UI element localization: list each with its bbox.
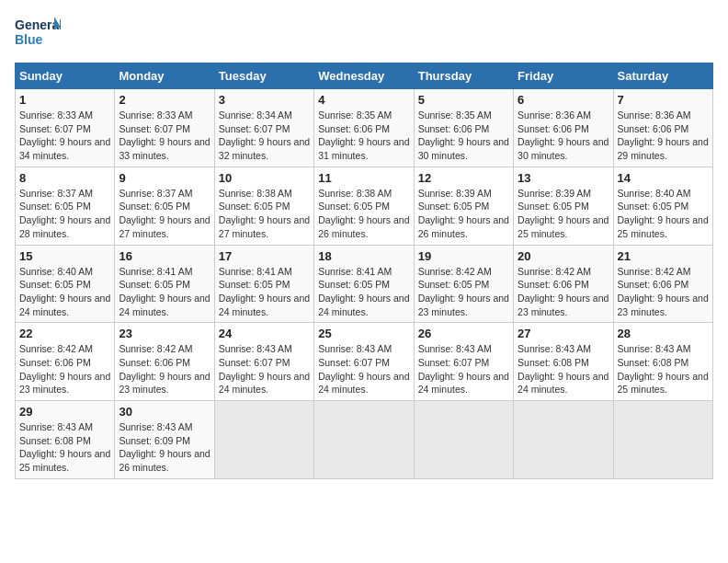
weekday-header-sunday: Sunday bbox=[16, 63, 115, 89]
day-number: 20 bbox=[518, 249, 609, 263]
day-number: 11 bbox=[318, 171, 409, 185]
day-number: 15 bbox=[19, 249, 110, 263]
calendar-cell: 13 Sunrise: 8:39 AMSunset: 6:05 PMDaylig… bbox=[514, 167, 613, 245]
day-detail: Sunrise: 8:43 AMSunset: 6:07 PMDaylight:… bbox=[318, 343, 409, 395]
day-number: 5 bbox=[418, 93, 509, 107]
day-detail: Sunrise: 8:35 AMSunset: 6:06 PMDaylight:… bbox=[418, 109, 509, 161]
day-detail: Sunrise: 8:42 AMSunset: 6:06 PMDaylight:… bbox=[119, 343, 210, 395]
day-detail: Sunrise: 8:40 AMSunset: 6:05 PMDaylight:… bbox=[618, 188, 709, 239]
day-detail: Sunrise: 8:37 AMSunset: 6:05 PMDaylight:… bbox=[119, 188, 210, 239]
calendar-cell: 25 Sunrise: 8:43 AMSunset: 6:07 PMDaylig… bbox=[314, 323, 414, 401]
calendar-cell: 26 Sunrise: 8:43 AMSunset: 6:07 PMDaylig… bbox=[414, 323, 513, 401]
calendar-cell bbox=[613, 401, 712, 479]
day-number: 10 bbox=[219, 171, 310, 185]
day-number: 27 bbox=[518, 327, 609, 340]
day-number: 7 bbox=[618, 93, 709, 107]
calendar-cell: 9 Sunrise: 8:37 AMSunset: 6:05 PMDayligh… bbox=[115, 167, 214, 245]
calendar-cell: 5 Sunrise: 8:35 AMSunset: 6:06 PMDayligh… bbox=[414, 89, 513, 167]
calendar-cell: 19 Sunrise: 8:42 AMSunset: 6:05 PMDaylig… bbox=[414, 245, 513, 323]
day-detail: Sunrise: 8:33 AMSunset: 6:07 PMDaylight:… bbox=[119, 109, 210, 161]
calendar-cell: 12 Sunrise: 8:39 AMSunset: 6:05 PMDaylig… bbox=[414, 167, 513, 245]
logo: General Blue bbox=[15, 15, 61, 55]
day-detail: Sunrise: 8:36 AMSunset: 6:06 PMDaylight:… bbox=[618, 109, 709, 161]
day-number: 16 bbox=[119, 249, 210, 263]
day-detail: Sunrise: 8:41 AMSunset: 6:05 PMDaylight:… bbox=[219, 266, 310, 317]
day-detail: Sunrise: 8:42 AMSunset: 6:06 PMDaylight:… bbox=[19, 343, 110, 395]
day-number: 17 bbox=[219, 249, 310, 263]
logo-svg: General Blue bbox=[15, 15, 61, 55]
calendar-cell: 15 Sunrise: 8:40 AMSunset: 6:05 PMDaylig… bbox=[16, 245, 115, 323]
day-number: 4 bbox=[318, 93, 409, 107]
day-number: 26 bbox=[418, 327, 509, 340]
calendar-cell: 22 Sunrise: 8:42 AMSunset: 6:06 PMDaylig… bbox=[16, 323, 115, 401]
day-detail: Sunrise: 8:43 AMSunset: 6:07 PMDaylight:… bbox=[418, 343, 509, 395]
weekday-header-tuesday: Tuesday bbox=[214, 63, 313, 89]
day-detail: Sunrise: 8:39 AMSunset: 6:05 PMDaylight:… bbox=[418, 188, 509, 239]
calendar-cell: 21 Sunrise: 8:42 AMSunset: 6:06 PMDaylig… bbox=[613, 245, 712, 323]
calendar-cell bbox=[314, 401, 414, 479]
day-detail: Sunrise: 8:43 AMSunset: 6:09 PMDaylight:… bbox=[119, 421, 210, 473]
day-detail: Sunrise: 8:38 AMSunset: 6:05 PMDaylight:… bbox=[318, 188, 409, 239]
day-number: 1 bbox=[19, 93, 110, 107]
day-number: 28 bbox=[618, 327, 709, 340]
day-detail: Sunrise: 8:37 AMSunset: 6:05 PMDaylight:… bbox=[19, 188, 110, 239]
day-detail: Sunrise: 8:41 AMSunset: 6:05 PMDaylight:… bbox=[318, 266, 409, 317]
calendar-cell: 2 Sunrise: 8:33 AMSunset: 6:07 PMDayligh… bbox=[115, 89, 214, 167]
day-number: 23 bbox=[119, 327, 210, 340]
calendar-week-row: 22 Sunrise: 8:42 AMSunset: 6:06 PMDaylig… bbox=[16, 323, 713, 401]
calendar-cell: 10 Sunrise: 8:38 AMSunset: 6:05 PMDaylig… bbox=[214, 167, 313, 245]
weekday-header-monday: Monday bbox=[115, 63, 214, 89]
calendar-cell bbox=[414, 401, 513, 479]
calendar-cell: 6 Sunrise: 8:36 AMSunset: 6:06 PMDayligh… bbox=[514, 89, 613, 167]
calendar-cell: 28 Sunrise: 8:43 AMSunset: 6:08 PMDaylig… bbox=[613, 323, 712, 401]
calendar-cell: 3 Sunrise: 8:34 AMSunset: 6:07 PMDayligh… bbox=[214, 89, 313, 167]
calendar-week-row: 8 Sunrise: 8:37 AMSunset: 6:05 PMDayligh… bbox=[16, 167, 713, 245]
calendar-cell bbox=[214, 401, 313, 479]
calendar-cell: 29 Sunrise: 8:43 AMSunset: 6:08 PMDaylig… bbox=[16, 401, 115, 479]
calendar-cell: 30 Sunrise: 8:43 AMSunset: 6:09 PMDaylig… bbox=[115, 401, 214, 479]
calendar-cell: 17 Sunrise: 8:41 AMSunset: 6:05 PMDaylig… bbox=[214, 245, 313, 323]
calendar-cell: 18 Sunrise: 8:41 AMSunset: 6:05 PMDaylig… bbox=[314, 245, 414, 323]
day-number: 3 bbox=[219, 93, 310, 107]
calendar-cell: 7 Sunrise: 8:36 AMSunset: 6:06 PMDayligh… bbox=[613, 89, 712, 167]
day-number: 12 bbox=[418, 171, 509, 185]
calendar-cell: 14 Sunrise: 8:40 AMSunset: 6:05 PMDaylig… bbox=[613, 167, 712, 245]
calendar-cell: 16 Sunrise: 8:41 AMSunset: 6:05 PMDaylig… bbox=[115, 245, 214, 323]
calendar-cell: 27 Sunrise: 8:43 AMSunset: 6:08 PMDaylig… bbox=[514, 323, 613, 401]
day-detail: Sunrise: 8:42 AMSunset: 6:05 PMDaylight:… bbox=[418, 266, 509, 317]
day-number: 13 bbox=[518, 171, 609, 185]
day-number: 14 bbox=[618, 171, 709, 185]
day-detail: Sunrise: 8:34 AMSunset: 6:07 PMDaylight:… bbox=[219, 109, 310, 161]
calendar-cell: 1 Sunrise: 8:33 AMSunset: 6:07 PMDayligh… bbox=[16, 89, 115, 167]
day-detail: Sunrise: 8:35 AMSunset: 6:06 PMDaylight:… bbox=[318, 109, 409, 161]
calendar-header: SundayMondayTuesdayWednesdayThursdayFrid… bbox=[16, 63, 713, 89]
calendar-cell: 23 Sunrise: 8:42 AMSunset: 6:06 PMDaylig… bbox=[115, 323, 214, 401]
calendar-week-row: 29 Sunrise: 8:43 AMSunset: 6:08 PMDaylig… bbox=[16, 401, 713, 479]
calendar-cell: 11 Sunrise: 8:38 AMSunset: 6:05 PMDaylig… bbox=[314, 167, 414, 245]
page-header: General Blue bbox=[15, 15, 713, 55]
day-number: 6 bbox=[518, 93, 609, 107]
day-number: 24 bbox=[219, 327, 310, 340]
day-detail: Sunrise: 8:43 AMSunset: 6:08 PMDaylight:… bbox=[19, 421, 110, 473]
day-detail: Sunrise: 8:43 AMSunset: 6:08 PMDaylight:… bbox=[618, 343, 709, 395]
day-number: 9 bbox=[119, 171, 210, 185]
day-detail: Sunrise: 8:42 AMSunset: 6:06 PMDaylight:… bbox=[518, 266, 609, 317]
day-number: 2 bbox=[119, 93, 210, 107]
calendar-cell: 8 Sunrise: 8:37 AMSunset: 6:05 PMDayligh… bbox=[16, 167, 115, 245]
day-detail: Sunrise: 8:36 AMSunset: 6:06 PMDaylight:… bbox=[518, 109, 609, 161]
day-number: 29 bbox=[19, 405, 110, 419]
weekday-header-row: SundayMondayTuesdayWednesdayThursdayFrid… bbox=[16, 63, 713, 89]
day-number: 8 bbox=[19, 171, 110, 185]
svg-text:General: General bbox=[15, 17, 61, 32]
calendar-table: SundayMondayTuesdayWednesdayThursdayFrid… bbox=[15, 63, 713, 479]
calendar-body: 1 Sunrise: 8:33 AMSunset: 6:07 PMDayligh… bbox=[16, 89, 713, 479]
calendar-cell: 24 Sunrise: 8:43 AMSunset: 6:07 PMDaylig… bbox=[214, 323, 313, 401]
calendar-cell: 4 Sunrise: 8:35 AMSunset: 6:06 PMDayligh… bbox=[314, 89, 414, 167]
day-detail: Sunrise: 8:42 AMSunset: 6:06 PMDaylight:… bbox=[618, 266, 709, 317]
day-number: 21 bbox=[618, 249, 709, 263]
weekday-header-friday: Friday bbox=[514, 63, 613, 89]
day-number: 18 bbox=[318, 249, 409, 263]
svg-text:Blue: Blue bbox=[15, 32, 43, 47]
calendar-cell: 20 Sunrise: 8:42 AMSunset: 6:06 PMDaylig… bbox=[514, 245, 613, 323]
calendar-cell bbox=[514, 401, 613, 479]
